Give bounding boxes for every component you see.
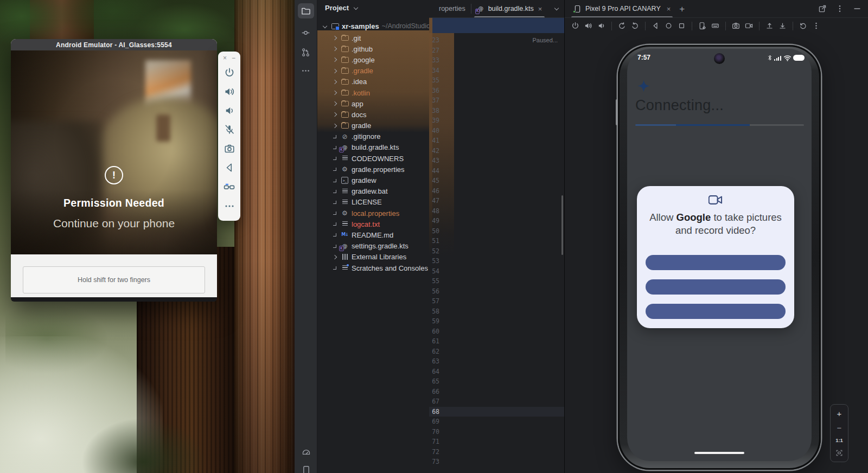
tree-item[interactable]: LICENSE <box>317 197 429 208</box>
tree-item[interactable]: local.properties <box>317 208 429 219</box>
tree-item[interactable]: settings.gradle.kts <box>317 241 429 252</box>
tree-item[interactable]: .idea <box>317 76 429 87</box>
chevron-icon[interactable] <box>331 79 338 85</box>
new-device-tab-button[interactable]: + <box>679 4 685 14</box>
editor-scrollbar[interactable] <box>561 195 563 255</box>
upload-icon[interactable] <box>765 22 774 30</box>
chevron-icon[interactable] <box>331 155 338 162</box>
tree-item[interactable]: docs <box>317 109 429 120</box>
fit-to-window-icon[interactable] <box>835 449 843 457</box>
back-icon[interactable] <box>224 162 235 173</box>
home-icon[interactable] <box>665 22 673 30</box>
reset-icon[interactable] <box>799 22 807 30</box>
phone-screen[interactable]: 7:57 Connecting... <box>627 49 812 461</box>
tree-item[interactable]: app <box>317 98 429 109</box>
code-line[interactable]: 23 Paused... <box>429 35 564 46</box>
code-line[interactable]: 37 <box>429 95 564 106</box>
code-line[interactable]: 42 <box>429 146 564 156</box>
stripe-running-devices-icon[interactable] <box>298 462 314 473</box>
code-line[interactable]: 41 <box>429 136 564 146</box>
code-line[interactable]: 67 <box>429 397 564 407</box>
back-icon[interactable] <box>652 22 660 30</box>
project-panel-header[interactable]: Project <box>325 4 359 11</box>
screen-record-icon[interactable] <box>745 22 753 30</box>
chevron-icon[interactable] <box>331 111 338 118</box>
camera-icon[interactable] <box>224 143 235 154</box>
code-line[interactable]: 43 <box>429 156 564 166</box>
hidden-tabs-chevron-icon[interactable] <box>553 5 560 12</box>
chevron-icon[interactable] <box>331 35 338 41</box>
overview-icon[interactable] <box>678 22 686 30</box>
tab-gradle-properties-partial[interactable]: roperties <box>429 0 471 17</box>
rotate-left-icon[interactable] <box>618 22 626 30</box>
tree-item[interactable]: .git <box>317 33 429 43</box>
chevron-icon[interactable] <box>331 144 338 151</box>
code-line[interactable]: 38 <box>429 106 564 116</box>
stripe-profiler-icon[interactable] <box>298 444 314 459</box>
code-line[interactable]: 73 <box>429 457 564 467</box>
code-line[interactable]: 45 <box>429 176 564 186</box>
code-line[interactable]: 49 <box>429 216 564 226</box>
volume-down-icon[interactable] <box>224 105 235 116</box>
chevron-icon[interactable] <box>331 68 338 74</box>
chevron-icon[interactable] <box>331 100 338 107</box>
stripe-commit-icon[interactable] <box>298 25 314 40</box>
code-line[interactable]: 56 <box>429 286 564 297</box>
chevron-icon[interactable] <box>331 123 338 129</box>
code-line[interactable]: 46 <box>429 186 564 196</box>
chevron-icon[interactable] <box>331 188 338 195</box>
tree-item[interactable]: .gitignore <box>317 131 429 142</box>
stripe-project-icon[interactable] <box>298 3 314 18</box>
code-line[interactable]: 27 <box>429 46 564 56</box>
screenshot-icon[interactable] <box>732 22 740 30</box>
code-line[interactable]: 57 <box>429 296 564 306</box>
code-line[interactable]: 48 <box>429 206 564 216</box>
stripe-pull-requests-icon[interactable] <box>298 44 314 60</box>
volume-up-icon[interactable] <box>584 22 592 30</box>
code-line[interactable]: 53 <box>429 256 564 266</box>
chevron-icon[interactable] <box>331 243 338 250</box>
tree-item[interactable]: gradlew.bat <box>317 186 429 197</box>
tree-item[interactable]: CODEOWNERS <box>317 153 429 164</box>
chevron-icon[interactable] <box>331 133 338 140</box>
chevron-icon[interactable] <box>331 56 338 63</box>
code-area[interactable]: 23 Paused... 27 33 <box>429 33 564 473</box>
code-line[interactable]: 59 <box>429 316 564 327</box>
code-line[interactable]: 47 <box>429 196 564 206</box>
tree-item[interactable]: External Libraries <box>317 252 429 263</box>
emulator-camera-view[interactable]: Permission Needed Continue on your phone <box>11 50 217 254</box>
power-icon[interactable] <box>224 67 235 78</box>
close-tab-icon[interactable]: × <box>667 5 671 12</box>
code-line[interactable]: 40 <box>429 126 564 136</box>
code-line[interactable]: 61 <box>429 336 564 347</box>
code-line[interactable]: 72 <box>429 447 564 457</box>
permission-button[interactable] <box>646 304 786 319</box>
chevron-icon[interactable] <box>331 221 338 227</box>
chevron-icon[interactable] <box>331 46 338 52</box>
code-line[interactable]: 64 <box>429 367 564 377</box>
tree-item[interactable]: build.gradle.kts <box>317 142 429 153</box>
chevron-icon[interactable] <box>331 199 338 206</box>
code-line[interactable]: 63 <box>429 356 564 367</box>
tree-item[interactable]: README.md <box>317 229 429 240</box>
tree-item[interactable]: logcat.txt <box>317 219 429 229</box>
minimize-icon[interactable] <box>853 4 861 13</box>
zoom-ratio-button[interactable]: 1:1 <box>835 438 843 443</box>
volume-down-icon[interactable] <box>597 22 605 30</box>
power-icon[interactable] <box>571 22 579 30</box>
code-line[interactable]: 34 <box>429 66 564 76</box>
volume-up-icon[interactable] <box>224 86 235 97</box>
code-line[interactable]: 55 <box>429 276 564 286</box>
chevron-down-icon[interactable] <box>353 5 359 11</box>
code-line[interactable]: 71 <box>429 437 564 447</box>
hardware-input-icon[interactable] <box>711 22 719 30</box>
tree-item[interactable]: gradlew <box>317 175 429 186</box>
emulator-title-bar[interactable]: Android Emulator - AI_Glasses:5554 <box>11 39 217 50</box>
tab-device-pixel-9-pro[interactable]: Pixel 9 Pro API CANARY × <box>571 0 673 17</box>
zoom-out-button[interactable]: − <box>837 424 842 432</box>
tree-item[interactable]: Scratches and Consoles <box>317 263 429 273</box>
code-line[interactable]: 69 <box>429 417 564 427</box>
code-line[interactable]: 51 <box>429 236 564 246</box>
chevron-icon[interactable] <box>331 90 338 96</box>
device-settings-icon[interactable] <box>698 22 706 30</box>
